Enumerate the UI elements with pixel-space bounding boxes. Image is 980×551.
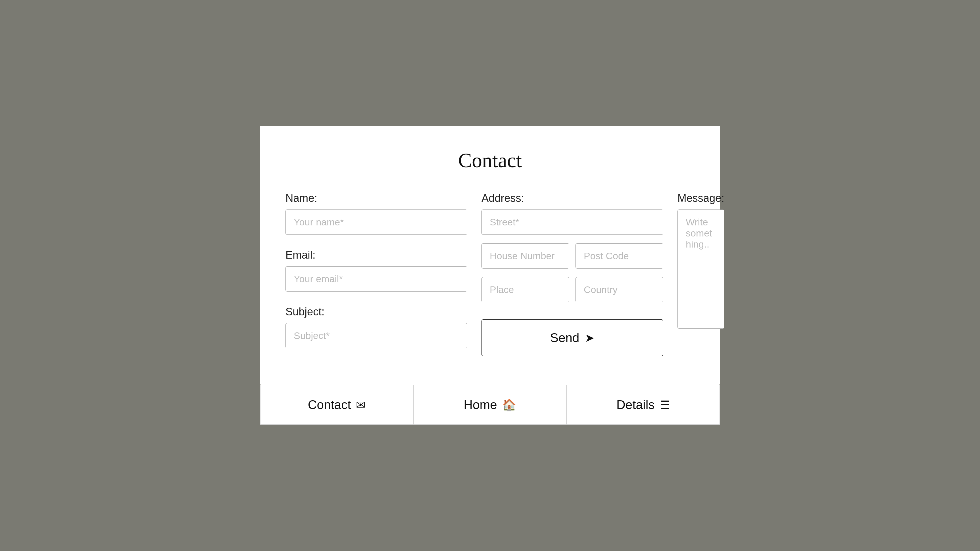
message-label: Message: <box>678 192 724 204</box>
name-input[interactable] <box>285 210 467 235</box>
send-label: Send <box>550 331 579 345</box>
details-nav-label: Details <box>616 398 655 412</box>
send-icon: ➤ <box>585 331 595 345</box>
message-group: Message: <box>678 192 724 329</box>
contact-nav-label: Contact <box>308 398 351 412</box>
address-group: Address: <box>482 192 663 235</box>
name-group: Name: <box>285 192 467 235</box>
home-nav-button[interactable]: Home 🏠 <box>414 385 567 424</box>
details-nav-button[interactable]: Details ☰ <box>567 385 719 424</box>
subject-input[interactable] <box>285 323 467 348</box>
house-postcode-row <box>482 243 663 268</box>
house-number-input[interactable] <box>482 243 569 268</box>
place-input[interactable] <box>482 277 569 302</box>
form-right: Message: <box>678 192 724 356</box>
country-input[interactable] <box>576 277 663 302</box>
form-middle: Address: Send ➤ <box>482 192 663 356</box>
email-group: Email: <box>285 249 467 292</box>
street-input[interactable] <box>482 210 663 235</box>
home-nav-icon: 🏠 <box>502 398 516 411</box>
send-button[interactable]: Send ➤ <box>482 319 663 356</box>
name-label: Name: <box>285 192 467 204</box>
message-textarea[interactable] <box>678 210 724 329</box>
place-country-row <box>482 277 663 302</box>
outer-wrapper: Contact Name: Email: Subject: <box>260 126 720 425</box>
bottom-nav: Contact ✉ Home 🏠 Details ☰ <box>260 385 720 425</box>
send-btn-wrapper: Send ➤ <box>482 319 663 356</box>
home-nav-label: Home <box>464 398 497 412</box>
email-label: Email: <box>285 249 467 261</box>
page-title: Contact <box>285 149 695 172</box>
form-left: Name: Email: Subject: <box>285 192 467 356</box>
post-code-input[interactable] <box>576 243 663 268</box>
details-nav-icon: ☰ <box>660 398 670 411</box>
form-layout: Name: Email: Subject: Address: <box>285 192 695 356</box>
contact-nav-icon: ✉ <box>356 398 366 411</box>
subject-group: Subject: <box>285 306 467 348</box>
address-label: Address: <box>482 192 663 204</box>
subject-label: Subject: <box>285 306 467 318</box>
contact-nav-button[interactable]: Contact ✉ <box>261 385 414 424</box>
contact-card: Contact Name: Email: Subject: <box>260 126 720 385</box>
email-input[interactable] <box>285 266 467 292</box>
